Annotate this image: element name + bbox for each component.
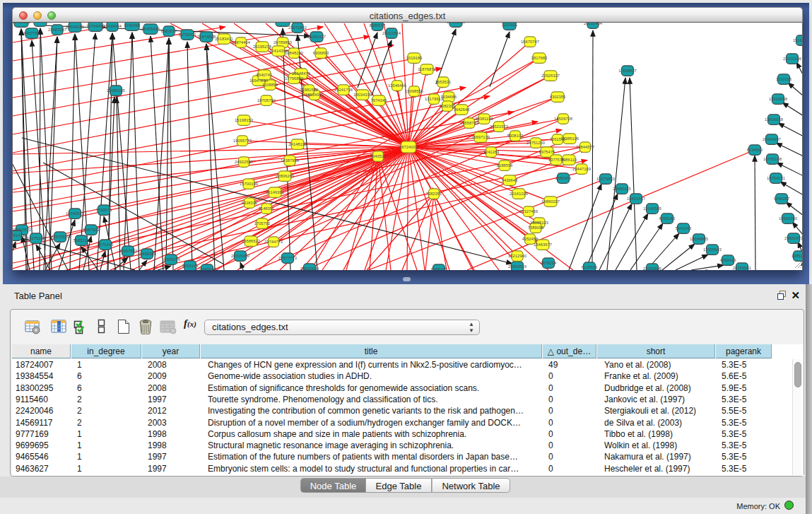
- svg-text:1241284: 1241284: [483, 150, 500, 154]
- svg-text:25558743: 25558743: [460, 121, 478, 125]
- svg-text:26359841: 26359841: [733, 266, 751, 270]
- svg-text:9343522: 9343522: [370, 154, 387, 158]
- svg-text:19836388: 19836388: [138, 252, 156, 256]
- svg-text:19688132: 19688132: [273, 23, 292, 23]
- svg-text:7382351: 7382351: [426, 192, 442, 196]
- svg-text:28988101: 28988101: [13, 23, 30, 24]
- svg-text:22744459: 22744459: [86, 24, 105, 28]
- svg-text:2975475: 2975475: [539, 150, 555, 154]
- svg-text:20580115: 20580115: [613, 187, 630, 191]
- svg-text:20744773: 20744773: [264, 240, 283, 244]
- svg-text:9318332: 9318332: [242, 201, 258, 205]
- svg-text:15165337: 15165337: [793, 38, 803, 42]
- svg-text:13910648: 13910648: [769, 97, 787, 101]
- svg-text:5641643: 5641643: [676, 226, 692, 230]
- svg-text:22806289: 22806289: [276, 174, 294, 178]
- svg-text:8986110: 8986110: [561, 158, 577, 162]
- svg-text:17796882: 17796882: [285, 76, 303, 81]
- svg-text:20615450: 20615450: [231, 254, 249, 258]
- svg-text:19085076: 19085076: [162, 257, 180, 262]
- svg-text:8359183: 8359183: [659, 216, 676, 221]
- svg-text:25148476: 25148476: [292, 71, 310, 76]
- svg-text:2580963: 2580963: [555, 176, 572, 180]
- svg-text:5308102: 5308102: [507, 134, 524, 138]
- svg-text:13146585: 13146585: [643, 206, 661, 211]
- svg-text:12385106: 12385106: [560, 136, 579, 141]
- svg-text:22926327: 22926327: [541, 74, 560, 78]
- svg-text:22474828: 22474828: [197, 35, 216, 39]
- svg-text:28381196: 28381196: [475, 117, 493, 121]
- svg-text:15700199: 15700199: [240, 182, 258, 186]
- svg-text:5793975: 5793975: [96, 208, 112, 212]
- svg-text:4679214: 4679214: [541, 261, 557, 265]
- svg-text:6540741: 6540741: [257, 73, 273, 77]
- svg-text:29882973: 29882973: [784, 236, 803, 240]
- svg-text:26697139: 26697139: [471, 135, 490, 139]
- svg-text:14460856: 14460856: [447, 23, 465, 24]
- svg-text:1653531: 1653531: [435, 80, 452, 84]
- svg-text:11558837: 11558837: [618, 69, 636, 73]
- svg-text:5439648: 5439648: [502, 178, 518, 182]
- svg-text:26195278: 26195278: [253, 45, 271, 49]
- svg-text:18754131: 18754131: [767, 176, 785, 180]
- svg-text:20994697: 20994697: [763, 137, 781, 141]
- svg-text:18724007: 18724007: [399, 145, 418, 149]
- svg-text:29844577: 29844577: [576, 145, 594, 149]
- svg-text:11876872: 11876872: [418, 67, 435, 71]
- svg-text:24148116: 24148116: [288, 142, 306, 146]
- svg-text:16860207: 16860207: [541, 199, 560, 204]
- svg-text:17751421: 17751421: [13, 233, 25, 238]
- svg-text:15463677: 15463677: [534, 243, 552, 247]
- svg-text:1019189: 1019189: [406, 56, 423, 60]
- svg-text:20161026: 20161026: [510, 192, 528, 196]
- svg-text:29241736: 29241736: [334, 88, 353, 92]
- svg-text:25089205: 25089205: [107, 88, 125, 93]
- svg-text:13546466: 13546466: [388, 83, 406, 88]
- svg-text:8134562: 8134562: [747, 148, 763, 152]
- svg-text:29281417: 29281417: [307, 35, 326, 39]
- svg-text:29893819: 29893819: [508, 264, 526, 269]
- svg-text:14275203: 14275203: [27, 236, 45, 240]
- svg-text:19563180: 19563180: [779, 216, 797, 221]
- svg-text:22053595: 22053595: [643, 267, 661, 270]
- svg-text:8188594: 8188594: [497, 163, 513, 168]
- svg-text:9816145: 9816145: [182, 264, 199, 268]
- svg-text:26521573: 26521573: [490, 124, 508, 129]
- svg-text:6457765: 6457765: [24, 31, 40, 35]
- svg-text:24751200: 24751200: [526, 141, 545, 145]
- svg-text:14509728: 14509728: [554, 117, 572, 121]
- svg-text:3642648: 3642648: [454, 107, 470, 112]
- svg-text:6742460: 6742460: [124, 23, 141, 28]
- svg-text:18096865: 18096865: [690, 237, 708, 241]
- svg-text:1385239: 1385239: [792, 254, 803, 258]
- svg-text:25183411: 25183411: [215, 37, 233, 41]
- svg-text:19095773: 19095773: [233, 139, 252, 143]
- svg-text:9887903: 9887903: [83, 228, 100, 232]
- svg-text:26065624: 26065624: [198, 267, 217, 270]
- svg-text:23971842: 23971842: [288, 25, 307, 30]
- svg-text:3148352: 3148352: [259, 206, 275, 211]
- svg-text:25997682: 25997682: [119, 249, 137, 253]
- svg-text:16947830: 16947830: [249, 78, 268, 83]
- svg-text:4252458: 4252458: [522, 237, 539, 241]
- svg-text:19098556: 19098556: [405, 89, 423, 93]
- svg-text:27327459: 27327459: [519, 209, 538, 214]
- svg-text:4302355: 4302355: [550, 95, 566, 99]
- svg-text:5685216: 5685216: [73, 238, 90, 243]
- svg-text:4050413: 4050413: [720, 258, 736, 262]
- svg-text:6306893: 6306893: [313, 51, 329, 55]
- svg-text:9436057: 9436057: [774, 197, 790, 201]
- svg-text:15375853: 15375853: [596, 177, 615, 181]
- svg-text:9275445: 9275445: [98, 243, 114, 247]
- svg-text:6482877: 6482877: [161, 29, 177, 33]
- svg-text:17559643: 17559643: [703, 247, 722, 252]
- svg-text:1108894: 1108894: [262, 83, 278, 87]
- svg-text:10848230: 10848230: [285, 51, 303, 55]
- svg-text:23447169: 23447169: [572, 167, 591, 171]
- svg-text:13732411: 13732411: [178, 33, 196, 37]
- svg-text:3220921: 3220921: [502, 23, 518, 27]
- svg-text:23487347: 23487347: [48, 28, 66, 32]
- svg-text:1705792: 1705792: [254, 221, 271, 226]
- svg-text:23874404: 23874404: [232, 40, 251, 45]
- svg-text:23833160: 23833160: [300, 267, 319, 270]
